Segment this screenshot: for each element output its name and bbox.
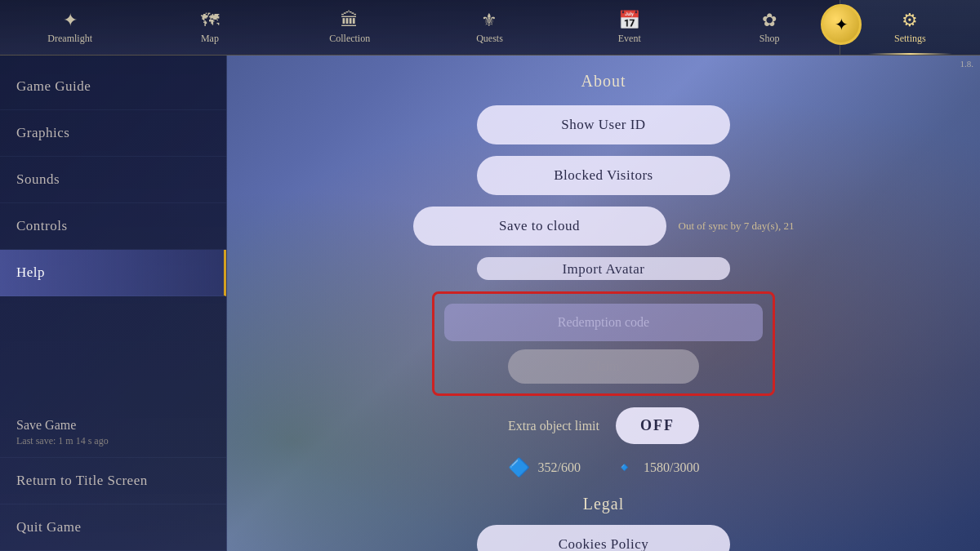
- counter1-value: 352/600: [538, 460, 581, 475]
- save-cloud-row: Save to cloud Out of sync by 7 day(s), 2…: [276, 207, 931, 246]
- dreamlight-icon: ✦: [63, 10, 78, 31]
- show-user-id-button[interactable]: Show User ID: [477, 105, 730, 144]
- save-game-sub: Last save: 1 m 14 s ago: [16, 435, 210, 447]
- import-avatar-button[interactable]: Import Avatar: [477, 257, 730, 280]
- save-game-label: Save Game: [16, 418, 210, 433]
- counter2-icon: 🔹: [613, 457, 635, 478]
- counters-row: 🔷 352/600 🔹 1580/3000: [276, 457, 931, 478]
- settings-icon: ⚙: [902, 10, 918, 31]
- about-title: About: [276, 72, 931, 91]
- cookies-policy-button[interactable]: Cookies Policy: [477, 525, 730, 551]
- nav-event[interactable]: 📅 Event: [559, 0, 699, 55]
- shop-icon: ✿: [762, 10, 777, 31]
- counter1-icon: 🔷: [508, 457, 530, 478]
- nav-collection[interactable]: 🏛 Collection: [280, 0, 420, 55]
- nav-collection-label: Collection: [329, 33, 370, 45]
- sync-status-text: Out of sync by 7 day(s), 21: [679, 220, 795, 233]
- sidebar-item-controls[interactable]: Controls: [0, 203, 226, 250]
- nav-map-label: Map: [201, 33, 219, 45]
- sidebar-game-guide-label: Game Guide: [16, 78, 91, 94]
- sidebar-item-game-guide[interactable]: Game Guide: [0, 64, 226, 110]
- counter1-item: 🔷 352/600: [508, 457, 581, 478]
- sidebar-controls-label: Controls: [16, 218, 68, 233]
- nav-settings-label: Settings: [894, 33, 926, 45]
- extra-object-off-button[interactable]: OFF: [616, 407, 699, 444]
- legal-title: Legal: [276, 495, 931, 513]
- redemption-code-input[interactable]: [444, 304, 763, 341]
- sidebar-graphics-label: Graphics: [16, 125, 69, 140]
- sidebar-item-sounds[interactable]: Sounds: [0, 157, 226, 203]
- collection-icon: 🏛: [341, 10, 359, 31]
- sidebar-quit[interactable]: Quit Game: [0, 504, 226, 551]
- coin-area: ✦: [821, 4, 862, 45]
- coin-icon: ✦: [821, 4, 862, 45]
- extra-object-row: Extra object limit OFF: [276, 407, 931, 444]
- sidebar-item-graphics[interactable]: Graphics: [0, 110, 226, 157]
- main-content: About Show User ID Blocked Visitors Save…: [227, 56, 980, 551]
- version-text: 1.8.: [960, 59, 974, 69]
- nav-map[interactable]: 🗺 Map: [140, 0, 279, 55]
- nav-quests[interactable]: ⚜ Quests: [420, 0, 559, 55]
- blocked-visitors-button[interactable]: Blocked Visitors: [477, 156, 730, 195]
- quests-icon: ⚜: [481, 10, 497, 31]
- sidebar-save-game[interactable]: Save Game Last save: 1 m 14 s ago: [0, 408, 226, 458]
- redemption-section: Claim: [432, 291, 775, 396]
- sidebar-return[interactable]: Return to Title Screen: [0, 458, 226, 504]
- map-icon: 🗺: [201, 10, 219, 31]
- nav-dreamlight-label: Dreamlight: [47, 33, 92, 45]
- extra-object-label: Extra object limit: [508, 419, 599, 433]
- nav-shop-label: Shop: [760, 33, 780, 45]
- sidebar: Game Guide Graphics Sounds Controls Help…: [0, 56, 227, 551]
- save-to-cloud-button[interactable]: Save to cloud: [413, 207, 666, 246]
- nav-quests-label: Quests: [476, 33, 503, 45]
- counter2-item: 🔹 1580/3000: [613, 457, 699, 478]
- sidebar-item-help[interactable]: Help: [0, 250, 226, 296]
- claim-button[interactable]: Claim: [508, 349, 699, 384]
- nav-event-label: Event: [618, 33, 641, 45]
- sidebar-help-label: Help: [16, 264, 45, 280]
- return-label: Return to Title Screen: [16, 473, 148, 488]
- quit-label: Quit Game: [16, 519, 82, 535]
- event-icon: 📅: [618, 10, 640, 31]
- nav-shop[interactable]: ✿ Shop: [699, 0, 839, 55]
- sidebar-sounds-label: Sounds: [16, 171, 60, 187]
- nav-dreamlight[interactable]: ✦ Dreamlight: [0, 0, 140, 55]
- counter2-value: 1580/3000: [644, 460, 699, 475]
